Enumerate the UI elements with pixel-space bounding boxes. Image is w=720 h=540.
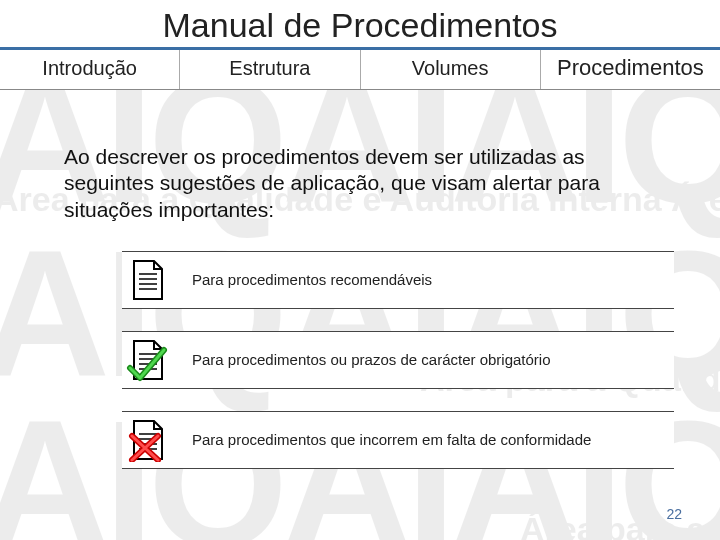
- tab-strip: Introdução Estrutura Volumes Procediment…: [0, 50, 720, 90]
- item-label: Para procedimentos recomendáveis: [192, 271, 432, 288]
- document-icon: [126, 258, 170, 302]
- item-label: Para procedimentos ou prazos de carácter…: [192, 351, 551, 368]
- list-item: Para procedimentos recomendáveis: [122, 251, 674, 309]
- watermark-mid: Área para a Qualidade e Auditoria Intern…: [520, 510, 720, 540]
- item-list: Para procedimentos recomendáveis Para pr…: [122, 251, 674, 469]
- item-label: Para procedimentos que incorrem em falta…: [192, 431, 591, 448]
- content-area: Ao descrever os procedimentos devem ser …: [0, 90, 720, 469]
- tab-estrutura[interactable]: Estrutura: [180, 50, 360, 89]
- intro-text: Ao descrever os procedimentos devem ser …: [64, 144, 674, 223]
- tab-introducao[interactable]: Introdução: [0, 50, 180, 89]
- list-item: Para procedimentos ou prazos de carácter…: [122, 331, 674, 389]
- tab-volumes[interactable]: Volumes: [361, 50, 541, 89]
- tab-procedimentos[interactable]: Procedimentos: [541, 50, 720, 89]
- document-check-icon: [126, 338, 170, 382]
- document-cross-icon: [126, 418, 170, 462]
- page-title: Manual de Procedimentos: [0, 6, 720, 45]
- list-item: Para procedimentos que incorrem em falta…: [122, 411, 674, 469]
- title-bar: Manual de Procedimentos: [0, 0, 720, 50]
- page-number: 22: [666, 506, 682, 522]
